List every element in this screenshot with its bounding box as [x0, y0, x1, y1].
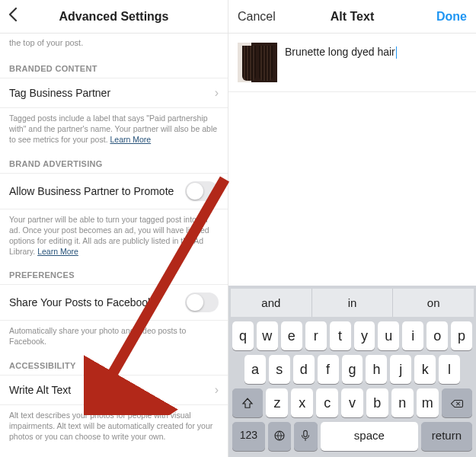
key-k[interactable]: k	[414, 355, 436, 384]
accessibility-header: ACCESSIBILITY	[0, 350, 228, 375]
svg-rect-1	[304, 430, 308, 436]
numbers-key[interactable]: 123	[232, 422, 265, 451]
key-l[interactable]: l	[439, 355, 460, 384]
settings-scroll[interactable]: the top of your post. BRANDED CONTENT Ta…	[0, 34, 228, 457]
keyboard-row-1: q w e r t y u i o p	[231, 317, 474, 350]
space-key[interactable]: space	[321, 422, 418, 451]
back-button[interactable]	[8, 7, 18, 27]
key-n[interactable]: n	[391, 388, 414, 417]
keyboard-row-4: 123 space return	[231, 417, 474, 454]
tag-business-partner-desc: Tagged posts include a label that says "…	[0, 108, 228, 149]
done-button[interactable]: Done	[436, 10, 467, 24]
key-p[interactable]: p	[451, 321, 472, 350]
allow-promote-label: Allow Business Partner to Promote	[9, 185, 174, 197]
top-description: the top of your post.	[0, 34, 228, 53]
preferences-header: PREFERENCES	[0, 260, 228, 284]
share-facebook-row[interactable]: Share Your Posts to Facebook	[0, 284, 228, 321]
branded-content-header: BRANDED CONTENT	[0, 53, 228, 78]
key-w[interactable]: w	[257, 321, 278, 350]
key-c[interactable]: c	[316, 388, 338, 417]
suggestion-3[interactable]: on	[393, 289, 474, 317]
advanced-settings-header: Advanced Settings	[0, 0, 228, 34]
cancel-button[interactable]: Cancel	[238, 10, 276, 24]
key-z[interactable]: z	[266, 388, 288, 417]
keyboard-row-3: z x c v b n m	[231, 384, 474, 417]
tag-business-partner-row[interactable]: Tag Business Partner ›	[0, 78, 228, 108]
allow-promote-desc: Your partner will be able to turn your t…	[0, 209, 228, 260]
learn-more-link-2[interactable]: Learn More	[37, 247, 78, 256]
key-f[interactable]: f	[318, 355, 339, 384]
advanced-settings-pane: Advanced Settings the top of your post. …	[0, 0, 228, 457]
chevron-right-icon: ›	[215, 383, 219, 397]
key-r[interactable]: r	[305, 321, 327, 350]
share-facebook-desc: Automatically share your photo and video…	[0, 321, 228, 350]
page-title: Advanced Settings	[59, 10, 168, 24]
text-caret	[396, 46, 397, 59]
return-key[interactable]: return	[421, 422, 472, 451]
share-facebook-label: Share Your Posts to Facebook	[9, 296, 153, 308]
write-alt-text-desc: Alt text describes your photos for peopl…	[0, 405, 228, 446]
key-j[interactable]: j	[390, 355, 411, 384]
write-alt-text-label: Write Alt Text	[9, 384, 71, 396]
key-y[interactable]: y	[354, 321, 375, 350]
allow-promote-toggle[interactable]	[185, 181, 219, 201]
keyboard-row-2: a s d f g h j k l	[231, 350, 474, 384]
key-q[interactable]: q	[232, 321, 254, 350]
key-g[interactable]: g	[342, 355, 363, 384]
alt-text-pane: Cancel Alt Text Done Brunette long dyed …	[228, 0, 476, 457]
alt-text-header: Cancel Alt Text Done	[228, 0, 476, 34]
mic-key[interactable]	[294, 422, 318, 451]
key-s[interactable]: s	[269, 355, 290, 384]
keyboard-suggestions: and in on	[231, 289, 474, 317]
chevron-right-icon: ›	[215, 86, 219, 100]
key-m[interactable]: m	[417, 388, 439, 417]
ios-keyboard: and in on q w e r t y u i o p a s d f g …	[228, 286, 476, 457]
shift-key[interactable]	[232, 388, 263, 417]
tag-business-partner-label: Tag Business Partner	[9, 87, 110, 99]
suggestion-1[interactable]: and	[231, 289, 312, 317]
key-i[interactable]: i	[402, 321, 423, 350]
key-e[interactable]: e	[281, 321, 302, 350]
learn-more-link[interactable]: Learn More	[110, 135, 151, 144]
suggestion-2[interactable]: in	[312, 289, 394, 317]
alt-text-input-row: Brunette long dyed hair	[228, 34, 476, 92]
brand-advertising-header: BRAND ADVERTISING	[0, 149, 228, 173]
key-o[interactable]: o	[426, 321, 448, 350]
key-t[interactable]: t	[330, 321, 351, 350]
globe-key[interactable]	[268, 422, 292, 451]
key-x[interactable]: x	[291, 388, 313, 417]
alt-text-title: Alt Text	[331, 10, 374, 24]
share-facebook-toggle[interactable]	[185, 292, 219, 312]
allow-promote-row[interactable]: Allow Business Partner to Promote	[0, 173, 228, 209]
key-d[interactable]: d	[293, 355, 315, 384]
alt-text-input[interactable]: Brunette long dyed hair	[285, 43, 467, 59]
key-b[interactable]: b	[366, 388, 388, 417]
key-u[interactable]: u	[378, 321, 399, 350]
key-v[interactable]: v	[341, 388, 363, 417]
key-h[interactable]: h	[366, 355, 387, 384]
photo-thumbnail	[238, 43, 277, 82]
write-alt-text-row[interactable]: Write Alt Text ›	[0, 375, 228, 405]
backspace-key[interactable]	[442, 388, 472, 417]
key-a[interactable]: a	[244, 355, 266, 384]
